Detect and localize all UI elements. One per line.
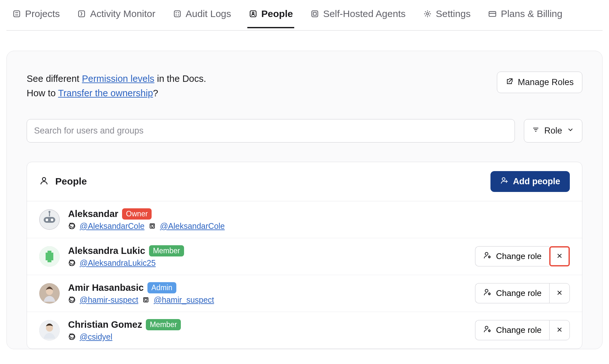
remove-person-button[interactable] <box>549 320 570 340</box>
avatar <box>39 209 60 230</box>
svg-point-32 <box>51 219 53 221</box>
tab-plans-billing[interactable]: Plans & Billing <box>487 4 564 28</box>
github-handle-link[interactable]: @AleksandarCole <box>80 221 145 231</box>
filter-icon <box>532 126 540 136</box>
change-role-button[interactable]: Change role <box>475 320 549 340</box>
avatar <box>39 283 60 304</box>
github-handle-link[interactable]: @csidyel <box>80 332 112 342</box>
tab-activity-monitor[interactable]: Activity Monitor <box>76 4 156 28</box>
settings-icon <box>423 9 432 18</box>
tab-label: Self-Hosted Agents <box>323 8 406 19</box>
people-panel: See different Permission levels in the D… <box>6 51 603 349</box>
person-name: Aleksandra Lukic <box>68 246 145 256</box>
agents-icon <box>310 9 319 18</box>
svg-rect-38 <box>48 260 51 262</box>
people-card: People Add people Aleksandar Owner <box>27 162 582 349</box>
external-link-icon <box>506 77 514 88</box>
tab-label: Plans & Billing <box>501 8 562 19</box>
permission-levels-link[interactable]: Permission levels <box>82 74 154 84</box>
people-icon <box>249 9 258 18</box>
role-badge: Member <box>146 319 181 330</box>
role-filter-button[interactable]: Role <box>524 119 582 143</box>
card-title: People <box>55 176 87 187</box>
tab-label: Projects <box>25 8 60 19</box>
person-icon <box>39 176 49 187</box>
bitbucket-icon <box>148 222 156 230</box>
github-icon <box>68 333 76 341</box>
role-badge: Admin <box>147 282 176 293</box>
add-people-button[interactable]: Add people <box>490 171 570 192</box>
close-icon <box>556 253 563 260</box>
person-row: Aleksandra Lukic Member @AleksandraLukic… <box>27 238 582 275</box>
tab-label: People <box>261 8 293 19</box>
change-role-button[interactable]: Change role <box>475 246 549 266</box>
avatar <box>39 320 60 341</box>
bitbucket-handle-link[interactable]: @hamir_suspect <box>154 295 214 305</box>
tab-audit-logs[interactable]: Audit Logs <box>172 4 233 28</box>
chevron-down-icon <box>567 126 574 136</box>
svg-rect-30 <box>44 217 55 223</box>
activity-icon <box>77 9 86 18</box>
user-gear-icon <box>483 288 491 299</box>
tab-label: Activity Monitor <box>90 8 155 19</box>
billing-icon <box>488 9 497 18</box>
person-row: Christian Gomez Member @csidyel Change r… <box>27 312 582 349</box>
close-icon <box>556 326 563 334</box>
user-plus-icon <box>500 176 508 187</box>
role-badge: Member <box>149 245 184 256</box>
projects-icon <box>12 9 21 18</box>
close-icon <box>556 290 563 297</box>
tab-settings[interactable]: Settings <box>422 4 472 28</box>
remove-person-button[interactable] <box>549 246 570 266</box>
svg-rect-37 <box>48 251 51 253</box>
change-role-button[interactable]: Change role <box>475 283 549 303</box>
transfer-ownership-link[interactable]: Transfer the ownership <box>58 88 153 98</box>
tab-self-hosted-agents[interactable]: Self-Hosted Agents <box>309 4 407 28</box>
person-row: Aleksandar Owner @AleksandarCole @Aleksa… <box>27 201 582 238</box>
bitbucket-icon <box>142 296 150 304</box>
github-icon <box>68 296 76 304</box>
search-input[interactable] <box>27 119 515 143</box>
github-icon <box>68 222 76 230</box>
svg-point-34 <box>49 211 50 213</box>
tab-label: Settings <box>436 8 471 19</box>
person-row: Amir Hasanbasic Admin @hamir-suspect @ha… <box>27 275 582 312</box>
github-icon <box>68 259 76 267</box>
svg-rect-36 <box>46 253 53 260</box>
github-handle-link[interactable]: @hamir-suspect <box>80 295 138 305</box>
manage-roles-button[interactable]: Manage Roles <box>497 72 582 93</box>
top-tabs: Projects Activity Monitor Audit Logs Peo… <box>6 4 603 31</box>
role-badge: Owner <box>122 208 152 220</box>
person-name: Amir Hasanbasic <box>68 282 144 293</box>
info-text: See different Permission levels in the D… <box>27 72 206 100</box>
avatar <box>39 246 60 267</box>
svg-point-31 <box>46 219 48 221</box>
github-handle-link[interactable]: @AleksandraLukic25 <box>80 258 156 268</box>
person-name: Aleksandar <box>68 209 118 219</box>
person-name: Christian Gomez <box>68 319 142 330</box>
tab-people[interactable]: People <box>247 4 294 28</box>
tab-label: Audit Logs <box>186 8 231 19</box>
user-gear-icon <box>483 251 491 262</box>
audit-icon <box>173 9 182 18</box>
tab-projects[interactable]: Projects <box>11 4 61 28</box>
remove-person-button[interactable] <box>549 283 570 303</box>
user-gear-icon <box>483 325 491 335</box>
bitbucket-handle-link[interactable]: @AleksandarCole <box>160 221 225 231</box>
